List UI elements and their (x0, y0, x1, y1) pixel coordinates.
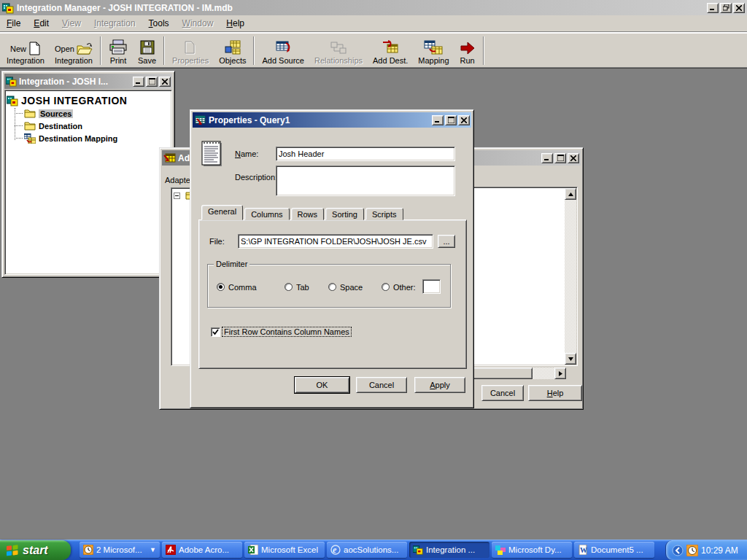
add-source-button[interactable]: Add Source (257, 35, 309, 66)
scrollbar-track[interactable] (565, 200, 576, 353)
windows-flag-icon (6, 544, 19, 557)
tab-scripts[interactable]: Scripts (365, 208, 403, 220)
apply-label: Apply (430, 381, 450, 389)
maximize-button[interactable] (146, 77, 158, 87)
task-integration-manager[interactable]: Integration ... (409, 542, 489, 558)
close-button[interactable] (733, 3, 745, 13)
clock-time[interactable]: 10:29 AM (701, 545, 738, 556)
run-label: Run (460, 56, 474, 65)
toolbar-separator (253, 36, 255, 65)
cancel-button[interactable]: Cancel (356, 377, 407, 393)
run-button[interactable]: Run (454, 35, 481, 66)
task-label: Document5 ... (591, 545, 643, 554)
scroll-right-button[interactable] (554, 368, 566, 379)
ok-label: OK (317, 381, 328, 389)
mapping-button[interactable]: Mapping (413, 35, 454, 66)
tab-sorting[interactable]: Sorting (325, 208, 364, 220)
menu-file[interactable]: File (0, 15, 27, 31)
tree-item-destination[interactable]: Destination (24, 120, 170, 132)
menu-tools[interactable]: Tools (142, 15, 176, 31)
task-microsoft-dynamics[interactable]: Microsoft Dy... (492, 542, 572, 558)
close-button[interactable] (568, 153, 579, 163)
integration-manager-app-icon (2, 2, 14, 14)
open-integration-button[interactable]: Open Integration (50, 35, 98, 66)
integration-window-title-bar[interactable]: Integration - JOSH I... (4, 74, 172, 89)
menu-help[interactable]: Help (220, 15, 251, 31)
radio-other-label: Other: (393, 283, 416, 292)
task-aocsolutions[interactable]: e aocSolutions... (327, 542, 407, 558)
source-listbox[interactable] (471, 187, 578, 366)
taskbar: start 2 Microsof... ▼ Adobe Acro... Micr… (0, 540, 747, 560)
radio-other[interactable] (382, 283, 390, 291)
tree-connector (15, 138, 23, 139)
menu-edit[interactable]: Edit (27, 15, 55, 31)
print-button[interactable]: Print (104, 35, 133, 66)
tree-connector (15, 113, 23, 114)
minimize-button[interactable] (541, 153, 553, 163)
apply-button[interactable]: Apply (414, 377, 465, 393)
start-button[interactable]: start (0, 540, 71, 560)
other-delimiter-input[interactable] (422, 279, 441, 294)
folder-icon (24, 121, 36, 131)
add-source-cancel-button[interactable]: Cancel (481, 385, 524, 401)
add-source-help-button[interactable]: Help (528, 385, 582, 401)
name-input[interactable] (276, 147, 455, 161)
toolbar-separator (483, 36, 484, 65)
restore-button[interactable] (720, 3, 732, 13)
objects-button[interactable]: Objects (214, 35, 251, 66)
scrollbar-track[interactable] (533, 368, 554, 379)
radio-comma[interactable] (217, 283, 225, 291)
tab-general[interactable]: General (201, 205, 243, 220)
minimize-button[interactable] (432, 115, 444, 125)
minimize-button[interactable] (707, 3, 719, 13)
tree-root-josh-integration[interactable]: JOSH INTEGRATION (7, 93, 170, 107)
close-button[interactable] (458, 115, 470, 125)
tree-expand-minus-box[interactable] (174, 192, 180, 199)
svg-text:e: e (333, 545, 337, 555)
open-integration-label2: Integration (55, 56, 93, 65)
task-label: Microsoft Excel (261, 545, 318, 554)
radio-tab[interactable] (285, 283, 293, 291)
delimiter-groupbox: Delimiter Comma Tab Space Other: (207, 264, 451, 308)
task-adobe-acrobat[interactable]: Adobe Acro... (162, 542, 242, 558)
add-dest-button[interactable]: Add Dest. (368, 35, 413, 66)
description-input[interactable] (276, 166, 455, 196)
task-microsoft-excel[interactable]: Microsoft Excel (244, 542, 325, 558)
ok-button[interactable]: OK (295, 377, 349, 393)
tab-rows[interactable]: Rows (291, 208, 325, 220)
menu-integration[interactable]: Integration (88, 15, 142, 31)
browse-button[interactable]: ... (438, 235, 455, 248)
radio-space[interactable] (328, 283, 336, 291)
task-document5[interactable]: W Document5 ... (574, 542, 654, 558)
maximize-button[interactable] (554, 153, 566, 163)
main-title-bar[interactable]: Integration Manager - JOSH INTEGRATION -… (0, 0, 747, 15)
properties-dialog-title: Properties - Query1 (209, 115, 430, 125)
menu-window[interactable]: Window (176, 15, 220, 31)
tree-item-label: Destination Mapping (39, 134, 117, 143)
new-integration-button[interactable]: New Integration (1, 35, 50, 66)
properties-dialog-title-bar[interactable]: Properties - Query1 (193, 112, 471, 128)
task-grouped-microsoft[interactable]: 2 Microsof... ▼ (80, 542, 160, 558)
close-button[interactable] (159, 77, 171, 87)
first-row-checkbox[interactable] (211, 327, 220, 337)
save-floppy-icon (140, 40, 155, 55)
minimize-button[interactable] (133, 77, 144, 87)
tree-item-destination-mapping[interactable]: Destination Mapping (24, 132, 170, 144)
tab-columns[interactable]: Columns (244, 208, 289, 220)
scroll-up-button[interactable] (565, 188, 576, 200)
tree-item-sources[interactable]: Sources (24, 107, 170, 120)
properties-button[interactable]: Properties (167, 35, 214, 66)
maximize-button[interactable] (445, 115, 457, 125)
first-row-checkbox-label[interactable]: First Row Contains Column Names (222, 327, 352, 337)
collapse-chevron-icon[interactable] (672, 545, 684, 556)
save-button[interactable]: Save (133, 35, 161, 66)
file-path-input[interactable] (238, 234, 433, 249)
group-dropdown-arrow-icon[interactable]: ▼ (150, 546, 156, 553)
menu-view[interactable]: View (55, 15, 88, 31)
scroll-down-button[interactable] (565, 353, 576, 365)
relationships-button[interactable]: Relationships (309, 35, 368, 66)
tray-clock-icon[interactable] (686, 545, 698, 556)
print-icon (109, 39, 128, 55)
menu-bar: File Edit View Integration Tools Window … (0, 15, 747, 32)
tab-strip: General Columns Rows Sorting Scripts (201, 205, 405, 220)
